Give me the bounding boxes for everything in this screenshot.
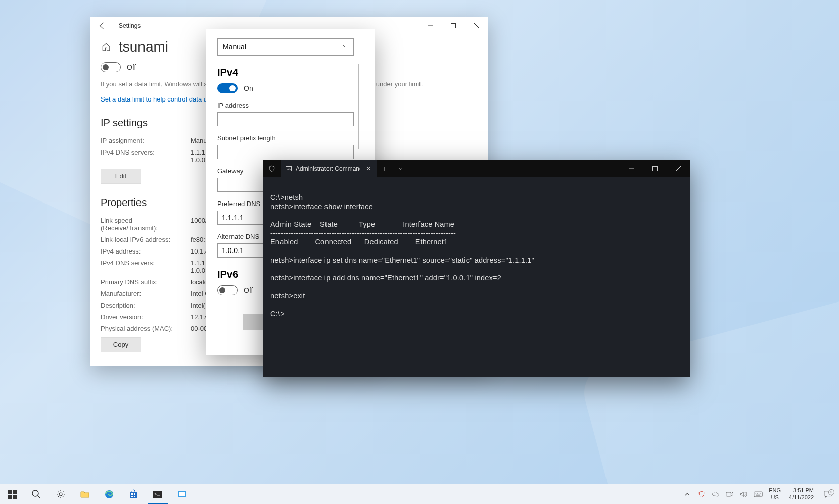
- tray-onedrive-icon[interactable]: [709, 491, 722, 497]
- minimize-button[interactable]: [418, 18, 442, 34]
- kv-key: IPv4 DNS servers:: [101, 259, 191, 274]
- kv-key: Link speed (Receive/Transmit):: [101, 217, 191, 232]
- tray-chevron-icon[interactable]: [681, 491, 694, 497]
- ipv4-heading: IPv4: [217, 67, 364, 78]
- notification-badge: 2: [828, 489, 834, 495]
- svg-point-31: [759, 493, 759, 493]
- terminal-taskbar-icon[interactable]: [146, 484, 170, 504]
- sandbox-icon[interactable]: [170, 484, 194, 504]
- kv-value: 00-00: [191, 325, 207, 332]
- terminal-cursor: [285, 310, 285, 317]
- svg-line-15: [38, 496, 40, 498]
- svg-point-14: [32, 490, 38, 496]
- tray-meet-now-icon[interactable]: [723, 491, 736, 498]
- dialog-scrollbar[interactable]: [358, 64, 359, 149]
- svg-rect-7: [653, 166, 658, 171]
- start-button[interactable]: [0, 484, 24, 504]
- clock[interactable]: 3:51 PM4/11/2022: [785, 487, 818, 500]
- kv-key: IPv4 address:: [101, 247, 191, 255]
- copy-button[interactable]: Copy: [101, 337, 141, 352]
- search-button[interactable]: [24, 484, 49, 504]
- edge-icon[interactable]: [97, 484, 121, 504]
- maximize-button[interactable]: [442, 18, 465, 34]
- term-close-button[interactable]: [667, 160, 690, 177]
- edit-button[interactable]: Edit: [101, 169, 141, 184]
- home-icon: [101, 41, 112, 53]
- svg-rect-13: [13, 495, 17, 499]
- svg-rect-27: [754, 492, 762, 497]
- svg-point-29: [756, 493, 756, 493]
- shield-icon: [263, 160, 281, 177]
- window-title: Settings: [119, 22, 141, 29]
- chevron-down-icon: [342, 43, 348, 51]
- ip-address-label: IP address: [217, 102, 364, 109]
- svg-rect-25: [179, 492, 185, 496]
- svg-text:C:\: C:\: [287, 167, 291, 170]
- kv-key: Physical address (MAC):: [101, 325, 191, 332]
- terminal-window: C:\ Administrator: Command Prompt ✕ + C:…: [263, 160, 690, 377]
- svg-rect-21: [131, 496, 133, 497]
- new-tab-button[interactable]: +: [377, 160, 393, 177]
- svg-rect-12: [8, 495, 12, 499]
- close-button[interactable]: [465, 18, 488, 34]
- svg-rect-22: [134, 496, 135, 497]
- terminal-output[interactable]: C:\>netsh netsh>interface show interface…: [263, 177, 690, 377]
- svg-point-32: [761, 493, 761, 493]
- store-icon[interactable]: [121, 484, 146, 504]
- terminal-tabbar: C:\ Administrator: Command Prompt ✕ +: [263, 160, 690, 177]
- tab-dropdown-button[interactable]: [393, 160, 409, 177]
- svg-rect-26: [726, 492, 731, 496]
- page-title: tsunami: [119, 39, 168, 55]
- ipv6-toggle[interactable]: [217, 285, 238, 295]
- ip-address-field[interactable]: [217, 112, 354, 126]
- kv-key: Link-local IPv6 address:: [101, 236, 191, 243]
- action-center-icon[interactable]: 2: [819, 490, 837, 498]
- metered-toggle-label: Off: [127, 63, 136, 71]
- svg-rect-1: [451, 24, 456, 28]
- kv-value: fe80::: [191, 236, 207, 243]
- kv-key: Manufacturer:: [101, 290, 191, 297]
- subnet-prefix-field[interactable]: [217, 145, 354, 159]
- tray-security-icon[interactable]: [695, 491, 708, 498]
- kv-key: Description:: [101, 301, 191, 309]
- close-tab-icon[interactable]: ✕: [366, 165, 371, 172]
- ip-mode-dropdown[interactable]: Manual: [217, 38, 354, 56]
- svg-point-16: [59, 493, 62, 496]
- svg-rect-18: [130, 492, 137, 498]
- subnet-prefix-label: Subnet prefix length: [217, 134, 364, 142]
- kv-key: Primary DNS suffix:: [101, 278, 191, 286]
- tray-keyboard-icon[interactable]: [752, 491, 765, 497]
- kv-key: Driver version:: [101, 313, 191, 321]
- back-button[interactable]: [97, 21, 107, 31]
- kv-key: IP assignment:: [101, 137, 191, 144]
- ipv4-toggle-label: On: [244, 84, 253, 92]
- svg-point-30: [757, 493, 758, 493]
- language-indicator[interactable]: ENGUS: [766, 487, 784, 500]
- cmd-icon: C:\: [286, 165, 292, 172]
- terminal-tab-title: Administrator: Command Prompt: [296, 165, 360, 172]
- ipv4-toggle[interactable]: [217, 83, 238, 93]
- svg-rect-20: [134, 493, 135, 495]
- terminal-tab[interactable]: C:\ Administrator: Command Prompt ✕: [281, 160, 377, 177]
- taskbar: ENGUS 3:51 PM4/11/2022 2: [0, 484, 839, 504]
- svg-rect-19: [131, 493, 133, 495]
- ipv6-toggle-label: Off: [244, 286, 253, 294]
- settings-taskbar-icon[interactable]: [49, 484, 73, 504]
- dropdown-value: Manual: [223, 43, 246, 51]
- tray-volume-icon[interactable]: [737, 491, 751, 498]
- term-minimize-button[interactable]: [620, 160, 643, 177]
- kv-key: IPv4 DNS servers:: [101, 148, 191, 164]
- metered-toggle[interactable]: [101, 62, 121, 72]
- svg-rect-23: [153, 491, 162, 498]
- svg-rect-33: [756, 494, 760, 495]
- file-explorer-icon[interactable]: [73, 484, 97, 504]
- term-maximize-button[interactable]: [643, 160, 667, 177]
- svg-rect-11: [13, 490, 17, 494]
- svg-rect-10: [8, 490, 12, 494]
